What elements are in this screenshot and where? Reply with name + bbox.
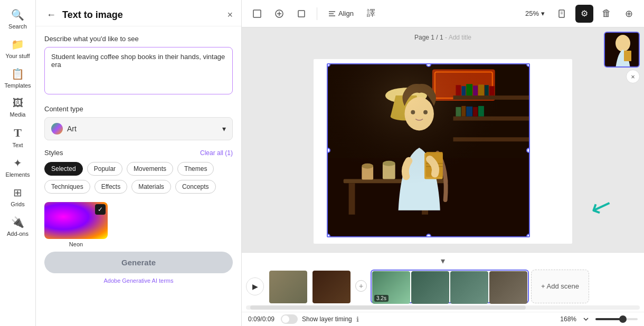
scene-duration-badge: 3.2s <box>374 295 389 302</box>
toggle-knob <box>282 315 289 323</box>
info-icon[interactable]: ℹ <box>356 315 359 323</box>
settings-active-button[interactable]: ⚙ <box>575 5 593 23</box>
sidebar-item-label: Add-ons <box>7 231 29 237</box>
scene-clip-2[interactable] <box>312 271 351 303</box>
translate-button[interactable]: 譯 <box>362 5 380 23</box>
layer-timing-toggle[interactable] <box>281 314 298 324</box>
add-clip-button[interactable]: + <box>354 270 368 302</box>
timeline-body: ▶ + <box>242 267 644 305</box>
describe-textarea[interactable]: Student leaving coffee shop books in the… <box>44 47 233 94</box>
toolbar: Align 譯 25% ▾ ⚙ 🗑 ⊕ <box>242 0 644 27</box>
style-tag-movements[interactable]: Movements <box>127 162 173 176</box>
sidebar-item-label: Search <box>8 23 27 30</box>
styles-tags: Selected Popular Movements Themes Techni… <box>44 162 233 194</box>
svg-rect-0 <box>253 10 261 17</box>
generate-button: Generate <box>44 252 233 273</box>
layer-timing-label: Show layer timing <box>302 315 352 323</box>
sidebar-item-your-stuff[interactable]: 📁 Your stuff <box>1 34 35 63</box>
timeline-expand-button[interactable]: ▾ <box>437 255 449 267</box>
timeline-scrollbar[interactable] <box>246 305 640 310</box>
add-clip-icon[interactable]: + <box>355 280 367 292</box>
style-name-neon: Neon <box>69 241 83 247</box>
style-tag-concepts[interactable]: Concepts <box>175 180 216 194</box>
scene-clip-4[interactable] <box>411 271 449 304</box>
illustration-svg <box>328 64 529 236</box>
handle-middle-right[interactable] <box>526 148 530 153</box>
add-scene-button[interactable]: + Add scene <box>531 270 589 303</box>
styles-header: Styles Clear all (1) <box>44 149 233 157</box>
sidebar-item-elements[interactable]: ✦ Elements <box>1 152 35 182</box>
delete-button[interactable]: 🗑 <box>598 5 615 23</box>
handle-bottom-right[interactable] <box>526 234 530 237</box>
style-tag-popular[interactable]: Popular <box>87 162 122 176</box>
handle-bottom-left[interactable] <box>327 234 330 237</box>
zoom-control[interactable]: 25% ▾ <box>521 7 549 20</box>
style-tag-themes[interactable]: Themes <box>177 162 214 176</box>
play-button[interactable]: ▶ <box>246 277 264 295</box>
style-tag-effects[interactable]: Effects <box>94 180 127 194</box>
close-panel-button[interactable]: × <box>227 9 233 21</box>
content-type-select[interactable]: Art ▾ <box>44 117 233 140</box>
left-sidebar: 🔍 Search 📁 Your stuff 📋 Templates 🖼 Medi… <box>0 0 36 326</box>
panel-body: Describe what you'd like to see Student … <box>36 26 241 326</box>
scene-clip-5[interactable] <box>450 271 488 304</box>
scene-clip-1[interactable] <box>269 271 307 303</box>
scene-clip-6[interactable] <box>489 271 527 304</box>
style-tag-selected[interactable]: Selected <box>44 162 83 176</box>
style-tag-materials[interactable]: Materials <box>131 180 171 194</box>
svg-rect-47 <box>624 51 631 61</box>
handle-top-right[interactable] <box>526 63 530 67</box>
sidebar-item-label: Elements <box>6 171 30 178</box>
clear-all-button[interactable]: Clear all (1) <box>200 149 233 157</box>
frame-tool-button[interactable] <box>248 5 266 23</box>
svg-point-46 <box>615 35 630 52</box>
page-number: Page 1 / 1 <box>414 34 443 41</box>
shape-tool-button[interactable] <box>292 5 310 23</box>
svg-rect-44 <box>328 64 529 236</box>
add-title[interactable]: - Add title <box>445 34 471 41</box>
style-tag-techniques[interactable]: Techniques <box>44 180 90 194</box>
ai-terms-link[interactable]: Adobe Generative AI terms <box>44 277 233 284</box>
zoom-chevron-icon <box>583 316 589 322</box>
describe-label: Describe what you'd like to see <box>44 35 233 43</box>
canvas-area: Page 1 / 1 - Add title <box>242 27 644 252</box>
clip-thumb-4 <box>411 271 449 304</box>
clip-thumb-6 <box>489 271 527 304</box>
close-overlay-button[interactable]: × <box>626 70 640 83</box>
align-button[interactable]: Align <box>324 7 358 20</box>
zoom-slider-thumb <box>619 315 627 323</box>
timeline-tracks: + 3.2s <box>268 270 640 303</box>
sidebar-item-media[interactable]: 🖼 Media <box>1 93 35 122</box>
sidebar-item-label: Media <box>10 111 26 118</box>
clip-thumb-1 <box>269 271 307 303</box>
teal-arrow: ↙ <box>587 188 617 223</box>
svg-rect-2 <box>298 11 305 17</box>
crop-tool-button[interactable] <box>270 5 288 23</box>
selected-image[interactable]: ↻ <box>327 63 530 237</box>
clip-thumb-5 <box>450 271 488 304</box>
sidebar-item-templates[interactable]: 📋 Templates <box>1 63 35 93</box>
scene-clip-3[interactable]: 3.2s <box>372 271 410 304</box>
folder-icon: 📁 <box>11 38 24 51</box>
style-item-neon[interactable]: ✓ Neon <box>44 202 108 247</box>
sidebar-item-text[interactable]: T Text <box>1 122 35 152</box>
sidebar-item-grids[interactable]: ⊞ Grids <box>1 182 35 212</box>
clip-gap <box>308 271 311 302</box>
sidebar-item-add-ons[interactable]: 🔌 Add-ons <box>1 212 35 241</box>
content-type-left: Art <box>51 123 77 135</box>
back-button[interactable]: ← <box>44 8 58 22</box>
zoom-slider[interactable] <box>595 318 638 320</box>
add-ons-icon: 🔌 <box>11 216 24 228</box>
add-button[interactable]: ⊕ <box>620 5 638 23</box>
timeline-footer: 0:09/0:09 Show layer timing ℹ 168% <box>242 312 644 326</box>
handle-bottom-center[interactable] <box>426 234 431 237</box>
canvas-illustration <box>328 64 529 236</box>
page-settings-button[interactable] <box>553 5 571 23</box>
sidebar-item-search[interactable]: 🔍 Search <box>1 4 35 34</box>
elements-icon: ✦ <box>13 157 22 169</box>
scene-thumb-svg <box>605 33 640 68</box>
media-icon: 🖼 <box>13 97 23 109</box>
frame-icon <box>252 9 262 18</box>
timeline-header: ▾ <box>242 253 644 267</box>
text-to-image-panel: ← Text to image × Describe what you'd li… <box>36 0 242 326</box>
